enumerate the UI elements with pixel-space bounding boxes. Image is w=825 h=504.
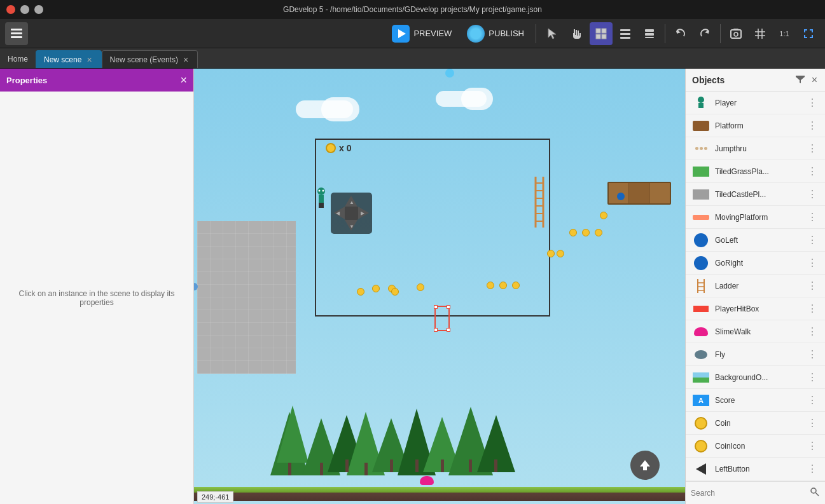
redo-button[interactable] [693,22,716,45]
object-list-item[interactable]: A Score ⋮ [686,389,825,412]
objects-close-button[interactable]: × [810,73,819,87]
trees-scene [194,361,674,488]
object-list-item[interactable]: MovingPlatform ⋮ [686,206,825,229]
object-menu-button[interactable]: ⋮ [806,301,819,316]
object-list-item[interactable]: PlayerHitBox ⋮ [686,297,825,320]
top-ball [445,69,454,78]
object-menu-button[interactable]: ⋮ [806,118,819,133]
object-list-item[interactable]: TiledCastlePl... ⋮ [686,183,825,206]
object-name: Ladder [715,282,801,290]
object-thumbnail [692,208,710,226]
object-list-item[interactable]: Ladder ⋮ [686,275,825,297]
dpad-controller[interactable]: ▲ ▼ ◀ ▶ [331,193,372,234]
screenshot-button[interactable] [724,22,747,45]
window-maximize-button[interactable] [34,5,43,14]
publish-globe-icon [467,25,485,43]
object-list-item[interactable]: BackgroundO... ⋮ [686,366,825,389]
object-thumbnail [692,437,710,455]
zoom-button[interactable]: 1:1 [773,22,796,45]
jump-button[interactable] [630,451,660,480]
list-tool-button[interactable] [614,22,637,45]
preview-button[interactable]: PREVIEW [385,21,458,46]
svg-rect-13 [645,29,654,32]
svg-text:▼: ▼ [349,224,354,229]
object-name: TiledCastlePl... [715,190,801,199]
object-list-item[interactable]: CoinIcon ⋮ [686,435,825,458]
object-thumbnail [692,460,710,478]
coin-1 [600,212,607,219]
object-list-item[interactable]: TiledGrassPla... ⋮ [686,160,825,183]
scene-coordinates: 249;-461 [197,491,233,503]
object-name: Score [715,396,801,405]
fullscreen-button[interactable] [797,22,820,45]
cursor-tool-button[interactable] [541,22,564,45]
svg-rect-0 [11,29,22,31]
hand-tool-button[interactable] [565,22,588,45]
object-list-item[interactable]: SlimeWalk ⋮ [686,320,825,343]
svg-rect-41 [441,460,444,472]
publish-button[interactable]: PUBLISH [461,21,530,46]
layers-tool-button[interactable] [638,22,661,45]
properties-close-button[interactable]: × [180,74,187,86]
scene-tab-close[interactable]: × [85,55,93,65]
edit-tool-button[interactable] [590,22,613,45]
hud-coins-text: x 0 [339,143,351,153]
object-menu-button[interactable]: ⋮ [806,95,819,110]
svg-rect-37 [345,460,349,472]
brown-platform [607,182,671,205]
object-list-item[interactable]: Fly ⋮ [686,343,825,366]
object-list-item[interactable]: Platform ⋮ [686,114,825,137]
object-menu-button[interactable]: ⋮ [806,393,819,407]
object-name: GoLeft [715,236,801,245]
object-list-item[interactable]: LeftButton ⋮ [686,458,825,480]
grid-button[interactable] [749,22,772,45]
svg-rect-1 [11,32,22,34]
object-list-item[interactable]: Player ⋮ [686,92,825,114]
object-thumbnail [692,140,710,158]
properties-panel-header: Properties × [0,69,193,92]
object-menu-button[interactable]: ⋮ [806,141,819,156]
coin-11 [372,285,380,292]
scene-canvas[interactable]: x 0 [194,69,685,504]
search-input[interactable] [691,489,806,498]
svg-point-78 [811,488,816,493]
objects-filter-button[interactable] [794,72,807,88]
object-menu-button[interactable]: ⋮ [806,233,819,247]
object-list-item[interactable]: GoRight ⋮ [686,252,825,275]
svg-rect-54 [319,203,321,208]
window-title: GDevelop 5 - /home/tio/Documents/GDevelo… [283,5,542,14]
object-thumbnail [692,186,710,203]
object-list-item[interactable]: Jumpthru ⋮ [686,137,825,160]
file-menu-button[interactable] [5,22,28,45]
properties-empty-text: Click on an instance in the scene to dis… [13,289,181,307]
home-tab[interactable]: Home [0,50,36,68]
object-menu-button[interactable]: ⋮ [806,439,819,453]
svg-point-75 [695,350,707,359]
properties-panel: Properties × Click on an instance in the… [0,69,194,504]
events-tab[interactable]: New scene (Events) × [102,50,198,68]
scene-tab[interactable]: New scene × [36,50,102,68]
svg-point-68 [698,97,704,103]
window-close-button[interactable] [6,5,15,14]
object-menu-button[interactable]: ⋮ [806,187,819,201]
events-tab-close[interactable]: × [182,55,190,65]
tabs-bar: Home New scene × New scene (Events) × [0,48,825,69]
right-tools: 1:1 [541,22,820,45]
object-menu-button[interactable]: ⋮ [806,210,819,224]
objects-list: Player ⋮ Platform ⋮ Jumpthru ⋮ TiledGras… [686,92,825,481]
object-menu-button[interactable]: ⋮ [806,461,819,476]
object-menu-button[interactable]: ⋮ [806,416,819,430]
coin-14 [391,288,399,296]
undo-button[interactable] [669,22,692,45]
window-minimize-button[interactable] [20,5,29,14]
object-menu-button[interactable]: ⋮ [806,347,819,362]
object-menu-button[interactable]: ⋮ [806,324,819,339]
object-list-item[interactable]: GoLeft ⋮ [686,229,825,252]
object-thumbnail [692,323,710,341]
object-menu-button[interactable]: ⋮ [806,164,819,179]
object-menu-button[interactable]: ⋮ [806,255,819,270]
object-menu-button[interactable]: ⋮ [806,278,819,293]
object-menu-button[interactable]: ⋮ [806,370,819,385]
gray-platform [197,221,296,374]
object-list-item[interactable]: Coin ⋮ [686,412,825,435]
